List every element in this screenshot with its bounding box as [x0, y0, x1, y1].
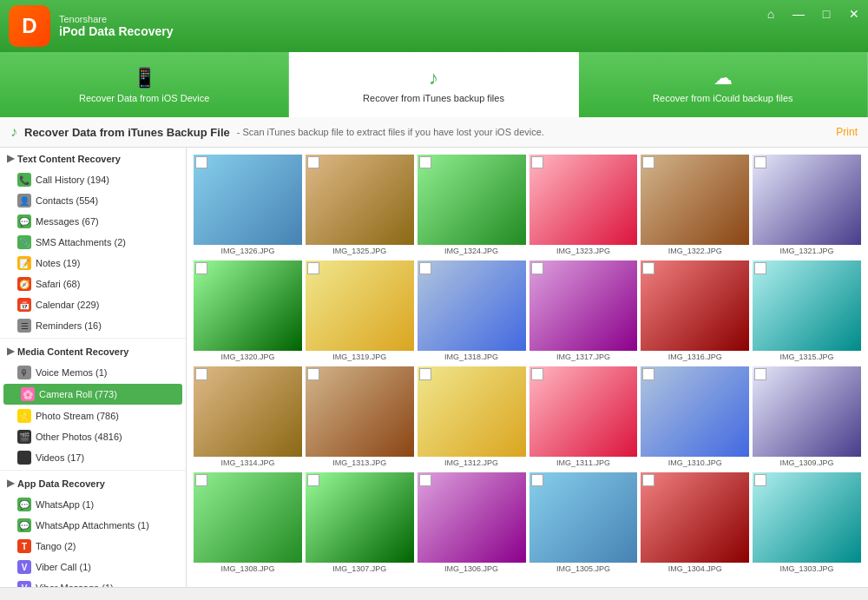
header-title: Recover Data from iTunes Backup File — [24, 126, 230, 139]
photo-item[interactable]: IMG_1315.JPG — [753, 260, 861, 363]
photo-label: IMG_1316.JPG — [641, 351, 749, 363]
sidebar-item-safari[interactable]: 🧭 Safari (68) — [0, 274, 186, 294]
sidebar-item-viber-call[interactable]: V Viber Call (1) — [0, 557, 186, 577]
photo-checkbox[interactable] — [307, 262, 319, 274]
photo-item[interactable]: IMG_1308.JPG — [194, 472, 302, 575]
photo-item[interactable]: IMG_1303.JPG — [753, 472, 861, 575]
photo-checkbox[interactable] — [642, 156, 654, 168]
sidebar-item-videos[interactable]: ▶ Videos (17) — [0, 447, 186, 468]
title-bar: D Tenorshare iPod Data Recovery ⌂ — □ ✕ — [0, 0, 868, 52]
bottom-toolbar: Check All Only display the deleted items… — [0, 587, 868, 600]
photo-thumbnail — [753, 260, 861, 351]
photo-thumbnail — [529, 472, 638, 563]
photo-checkbox[interactable] — [195, 474, 207, 486]
photo-label: IMG_1310.JPG — [641, 457, 749, 469]
photo-checkbox[interactable] — [754, 368, 766, 380]
sidebar-item-sms-attachments[interactable]: 📎 SMS Attachments (2) — [0, 232, 186, 253]
sidebar-item-call-history[interactable]: 📞 Call History (194) — [0, 169, 186, 190]
photo-checkbox[interactable] — [754, 262, 766, 274]
photo-checkbox[interactable] — [531, 368, 543, 380]
photo-checkbox[interactable] — [419, 156, 431, 168]
message-icon: 💬 — [17, 214, 31, 228]
photo-item[interactable]: IMG_1322.JPG — [641, 155, 749, 257]
photo-checkbox[interactable] — [307, 474, 319, 486]
photo-checkbox[interactable] — [195, 262, 207, 274]
photo-checkbox[interactable] — [531, 474, 543, 486]
content-area: IMG_1326.JPGIMG_1325.JPGIMG_1324.JPGIMG_… — [187, 148, 868, 587]
photo-label: IMG_1319.JPG — [306, 351, 414, 363]
photo-checkbox[interactable] — [307, 368, 319, 380]
photo-item[interactable]: IMG_1316.JPG — [641, 260, 749, 363]
tab-itunes[interactable]: ♪ Recover from iTunes backup files — [289, 52, 578, 117]
sidebar-item-whatsapp-attachments[interactable]: 💬 WhatsApp Attachments (1) — [0, 515, 186, 536]
sidebar-item-notes[interactable]: 📝 Notes (19) — [0, 253, 186, 274]
sidebar-item-calendar[interactable]: 📅 Calendar (229) — [0, 294, 186, 315]
photo-thumbnail — [418, 260, 526, 351]
photo-thumbnail — [194, 260, 302, 351]
print-link[interactable]: Print — [836, 126, 858, 138]
sidebar-item-reminders[interactable]: ☰ Reminders (16) — [0, 315, 186, 336]
photo-item[interactable]: IMG_1318.JPG — [418, 260, 526, 363]
whatsapp-attach-icon: 💬 — [17, 518, 31, 532]
photo-item[interactable]: IMG_1319.JPG — [306, 260, 414, 363]
photo-item[interactable]: IMG_1317.JPG — [529, 260, 638, 363]
photo-item[interactable]: IMG_1312.JPG — [418, 366, 526, 469]
photo-checkbox[interactable] — [754, 156, 766, 168]
photo-item[interactable]: IMG_1326.JPG — [194, 155, 302, 257]
sidebar-item-camera-roll[interactable]: 🌸 Camera Roll (773) — [3, 384, 182, 405]
photo-item[interactable]: IMG_1324.JPG — [418, 155, 526, 257]
photo-item[interactable]: IMG_1323.JPG — [529, 155, 638, 257]
photo-checkbox[interactable] — [419, 474, 431, 486]
photo-item[interactable]: IMG_1309.JPG — [753, 366, 861, 469]
section-app-data[interactable]: ▶ App Data Recovery — [0, 472, 186, 494]
photo-checkbox[interactable] — [754, 474, 766, 486]
tab-icloud[interactable]: ☁ Recover from iCould backup files — [579, 52, 868, 117]
photo-checkbox[interactable] — [531, 262, 543, 274]
tab-itunes-label: Recover from iTunes backup files — [363, 93, 504, 103]
sidebar-item-whatsapp[interactable]: 💬 WhatsApp (1) — [0, 494, 186, 515]
photo-checkbox[interactable] — [419, 262, 431, 274]
photo-label: IMG_1326.JPG — [194, 245, 302, 257]
sidebar-item-voice-memos[interactable]: 🎙 Voice Memos (1) — [0, 362, 186, 383]
photo-item[interactable]: IMG_1311.JPG — [529, 366, 638, 469]
photo-checkbox[interactable] — [195, 156, 207, 168]
sidebar-item-tango[interactable]: T Tango (2) — [0, 536, 186, 557]
photo-item[interactable]: IMG_1314.JPG — [194, 366, 302, 469]
photo-item[interactable]: IMG_1305.JPG — [529, 472, 638, 575]
photo-checkbox[interactable] — [642, 262, 654, 274]
photo-label: IMG_1313.JPG — [306, 457, 414, 469]
photo-checkbox[interactable] — [642, 474, 654, 486]
main-content: ▶ Text Content Recovery 📞 Call History (… — [0, 148, 868, 587]
viber-icon: V — [17, 560, 31, 574]
photo-label: IMG_1305.JPG — [529, 563, 638, 575]
close-button[interactable]: ✕ — [840, 0, 868, 28]
sidebar-item-contacts[interactable]: 👤 Contacts (554) — [0, 190, 186, 211]
photo-checkbox[interactable] — [642, 368, 654, 380]
photo-checkbox[interactable] — [531, 156, 543, 168]
photo-checkbox[interactable] — [195, 368, 207, 380]
photo-item[interactable]: IMG_1304.JPG — [641, 472, 749, 575]
photo-item[interactable]: IMG_1313.JPG — [306, 366, 414, 469]
header-left: ♪ Recover Data from iTunes Backup File -… — [10, 124, 544, 140]
section-text-content[interactable]: ▶ Text Content Recovery — [0, 148, 186, 169]
photo-item[interactable]: IMG_1310.JPG — [641, 366, 749, 469]
photo-label: IMG_1307.JPG — [306, 563, 414, 575]
sidebar-item-other-photos[interactable]: 🎬 Other Photos (4816) — [0, 426, 186, 447]
photo-thumbnail — [641, 472, 749, 563]
home-window-button[interactable]: ⌂ — [757, 0, 785, 28]
sidebar-item-photo-stream[interactable]: 🌟 Photo Stream (786) — [0, 405, 186, 426]
photo-checkbox[interactable] — [419, 368, 431, 380]
photo-item[interactable]: IMG_1321.JPG — [753, 155, 861, 257]
photo-label: IMG_1315.JPG — [753, 351, 861, 363]
photo-item[interactable]: IMG_1307.JPG — [306, 472, 414, 575]
photo-checkbox[interactable] — [307, 156, 319, 168]
sidebar-item-viber-message[interactable]: V Viber Message (1) — [0, 577, 186, 587]
section-media-content[interactable]: ▶ Media Content Recovery — [0, 340, 186, 362]
tab-ios-device[interactable]: 📱 Recover Data from iOS Device — [0, 52, 289, 117]
maximize-button[interactable]: □ — [812, 0, 840, 28]
photo-item[interactable]: IMG_1320.JPG — [194, 260, 302, 363]
sidebar-item-messages[interactable]: 💬 Messages (67) — [0, 211, 186, 232]
minimize-button[interactable]: — — [785, 0, 812, 28]
photo-item[interactable]: IMG_1325.JPG — [306, 155, 414, 257]
photo-item[interactable]: IMG_1306.JPG — [418, 472, 526, 575]
